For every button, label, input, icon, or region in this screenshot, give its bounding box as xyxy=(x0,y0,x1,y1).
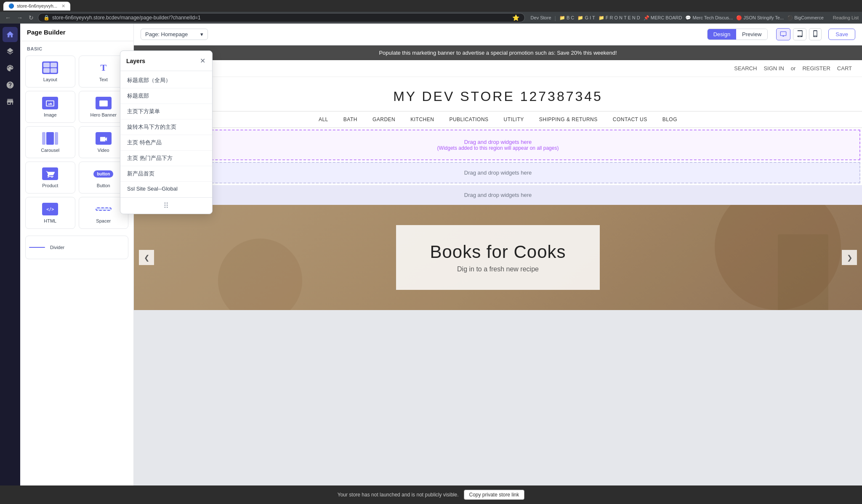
nav-publications[interactable]: PUBLICATIONS xyxy=(442,111,496,127)
widget-image-label: Image xyxy=(44,112,57,117)
hero-title: Books for Cooks xyxy=(430,242,566,262)
nav-bath[interactable]: BATH xyxy=(336,111,365,127)
main-area: Page: Homepage ▾ Design Preview xyxy=(134,24,862,504)
header-register-link[interactable]: REGISTER xyxy=(802,65,830,72)
header-cart-link[interactable]: CART xyxy=(837,65,852,72)
store-header-nav: SEARCH SIGN IN or REGISTER CART xyxy=(134,60,862,77)
blue-drop-zone[interactable]: Drag and drop widgets here xyxy=(134,185,862,205)
svg-rect-0 xyxy=(101,102,106,103)
bookmark-bigcommerce[interactable]: ⚫ BigCommerce xyxy=(787,15,824,21)
widget-grid: Layout T Text Image xyxy=(25,56,128,229)
preview-button[interactable]: Preview xyxy=(736,29,767,40)
nav-contact-us[interactable]: CONTACT US xyxy=(605,111,655,127)
device-tablet-button[interactable] xyxy=(793,28,806,40)
layer-item-0[interactable]: 标题底部（全局） xyxy=(120,73,212,88)
widget-divider[interactable]: Divider xyxy=(25,236,128,259)
layer-item-4[interactable]: 主页 特色产品 xyxy=(120,135,212,151)
nav-utility[interactable]: UTILITY xyxy=(496,111,532,127)
nav-garden[interactable]: GARDEN xyxy=(365,111,403,127)
widget-carousel[interactable]: Carousel xyxy=(25,126,75,158)
hero-prev-button[interactable]: ❮ xyxy=(139,250,154,265)
icon-strip-layers[interactable] xyxy=(3,44,18,59)
bookmark-git[interactable]: 📁 G I T xyxy=(577,15,595,21)
browser-toolbar: ← → ↻ 🔒 store-6n6nyeyvyh.store.bcdev/man… xyxy=(0,12,862,24)
widget-product-icon xyxy=(42,167,59,180)
app-layout: Page Builder BASIC Layout xyxy=(0,24,862,504)
hero-content: Books for Cooks Dig in to a fresh new re… xyxy=(396,225,599,290)
reload-button[interactable]: ↻ xyxy=(27,13,35,22)
canvas-inner: Populate this marketing banner to advert… xyxy=(134,45,862,483)
bookmark-merc[interactable]: 📌 MERC BOARD xyxy=(644,15,682,21)
header-search-link[interactable]: SEARCH xyxy=(734,65,757,72)
chevron-down-icon: ▾ xyxy=(200,31,203,37)
sidebar-header: Page Builder xyxy=(20,24,133,41)
main-nav: ALL BATH GARDEN KITCHEN PUBLICATIONS UTI… xyxy=(134,111,862,128)
widget-carousel-icon xyxy=(42,132,59,145)
blue-drop-zone-text: Drag and drop widgets here xyxy=(464,192,532,198)
layer-item-2[interactable]: 主页下方菜单 xyxy=(120,104,212,119)
nav-kitchen[interactable]: KITCHEN xyxy=(403,111,442,127)
page-selector[interactable]: Page: Homepage ▾ xyxy=(141,29,208,40)
widget-product[interactable]: Product xyxy=(25,162,75,194)
widget-text-icon: T xyxy=(95,61,112,74)
marketing-banner: Populate this marketing banner to advert… xyxy=(134,45,862,60)
bookmark-frontend[interactable]: 📁 F R O N T E N D xyxy=(599,15,640,21)
bookmark-devstore[interactable]: Dev Store xyxy=(531,15,551,20)
plain-drop-zone[interactable]: Drag and drop widgets here xyxy=(136,162,860,183)
widget-video-label: Video xyxy=(98,148,109,153)
widget-spacer-label: Spacer xyxy=(96,218,111,223)
layer-item-3[interactable]: 旋转木马下方的主页 xyxy=(120,119,212,135)
layer-item-6[interactable]: 新产品首页 xyxy=(120,166,212,182)
bookmark-merc-tech[interactable]: 💬 Merc Tech Discus... xyxy=(685,15,733,21)
widget-image-icon xyxy=(42,96,59,110)
icon-strip-store[interactable] xyxy=(3,94,18,109)
global-drop-zone[interactable]: Drag and drop widgets here (Widgets adde… xyxy=(136,130,860,160)
layers-close-button[interactable]: ✕ xyxy=(199,56,206,66)
device-buttons xyxy=(776,28,822,40)
nav-blog[interactable]: BLOG xyxy=(655,111,685,127)
layers-drag-handle[interactable]: ⠿ xyxy=(120,197,212,214)
icon-strip-help[interactable] xyxy=(3,77,18,93)
device-desktop-button[interactable] xyxy=(776,28,790,40)
widget-layout[interactable]: Layout xyxy=(25,56,75,88)
nav-shipping[interactable]: SHIPPING & RETURNS xyxy=(532,111,605,127)
widget-html[interactable]: </> HTML xyxy=(25,197,75,229)
back-button[interactable]: ← xyxy=(3,13,13,22)
status-message: Your store has not launched and is not p… xyxy=(338,492,459,498)
icon-strip-home[interactable] xyxy=(3,27,18,42)
layer-item-5[interactable]: 主页 热门产品下方 xyxy=(120,151,212,166)
icon-strip xyxy=(0,24,20,504)
save-button[interactable]: Save xyxy=(828,29,855,40)
widget-hero-banner-icon xyxy=(95,96,112,110)
widget-video-icon xyxy=(95,132,112,145)
hero-next-button[interactable]: ❯ xyxy=(842,250,857,265)
nav-all[interactable]: ALL xyxy=(311,111,336,127)
status-bar: Your store has not launched and is not p… xyxy=(0,485,862,504)
layers-list: 标题底部（全局） 标题底部 主页下方菜单 旋转木马下方的主页 主页 特色产品 主… xyxy=(120,71,212,197)
bookmark-json[interactable]: 🔴 JSON Stringify Te... xyxy=(736,15,784,21)
device-mobile-button[interactable] xyxy=(809,28,822,40)
bookmark-bc[interactable]: 📁 B C xyxy=(559,15,574,21)
url-bar[interactable]: 🔒 store-6n6nyeyvyh.store.bcdev/manage/pa… xyxy=(38,13,525,22)
icon-strip-palette[interactable] xyxy=(3,61,18,76)
plain-drop-zone-text: Drag and drop widgets here xyxy=(464,170,532,176)
layer-item-7[interactable]: Ssl Site Seal--Global xyxy=(120,182,212,196)
widget-carousel-label: Carousel xyxy=(41,148,59,153)
store-title-area: MY DEV STORE 127387345 xyxy=(134,77,862,111)
bookmarks-bar: Dev Store | 📁 B C 📁 G I T 📁 F R O N T E … xyxy=(527,15,827,21)
sidebar-widgets: BASIC Layout xyxy=(20,41,133,504)
header-signin-link[interactable]: SIGN IN xyxy=(764,65,784,72)
global-drop-zone-text: Drag and drop widgets here xyxy=(145,139,851,145)
widget-image[interactable]: Image xyxy=(25,91,75,123)
widget-text-label: Text xyxy=(99,77,108,82)
copy-private-link-button[interactable]: Copy private store link xyxy=(464,490,525,500)
browser-chrome: 🔵 store-6n6nyeyvyh... ✕ ← → ↻ 🔒 store-6n… xyxy=(0,0,862,24)
canvas[interactable]: Populate this marketing banner to advert… xyxy=(134,45,862,504)
browser-tab-active[interactable]: 🔵 store-6n6nyeyvyh... ✕ xyxy=(3,2,70,11)
layer-item-1[interactable]: 标题底部 xyxy=(120,88,212,104)
design-button[interactable]: Design xyxy=(708,29,736,40)
widget-layout-icon xyxy=(42,61,59,74)
widget-button-label: Button xyxy=(97,183,110,188)
browser-tabs: 🔵 store-6n6nyeyvyh... ✕ xyxy=(0,0,862,12)
forward-button[interactable]: → xyxy=(15,13,24,22)
